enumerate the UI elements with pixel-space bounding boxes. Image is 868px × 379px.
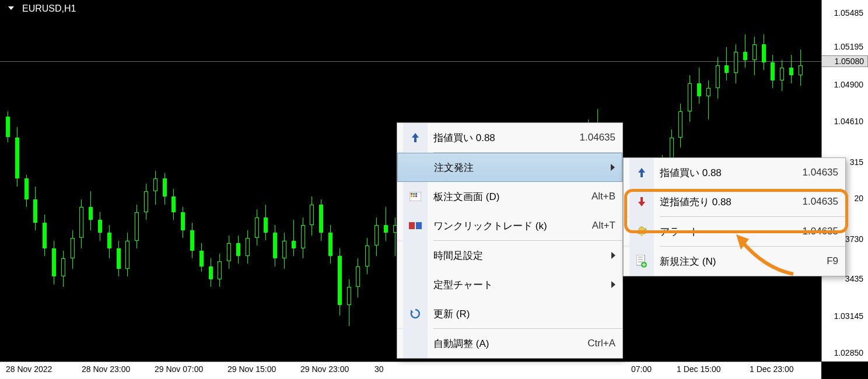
- arrow-up-icon: [403, 123, 428, 152]
- menu-shortcut: Alt+T: [592, 220, 615, 231]
- svg-rect-3: [415, 193, 417, 195]
- grid-icon: [403, 182, 428, 211]
- price-tick: 20: [854, 194, 863, 203]
- menu-label: 定型チャート: [433, 278, 615, 292]
- price-tick: 1.02850: [834, 348, 863, 357]
- document-plus-icon: [629, 247, 654, 276]
- menu-shortcut: Ctrl+A: [587, 338, 615, 349]
- context-menu: 指値買い 0.88 1.04635 注文発注 板注文画面 (D) Alt+B ワ…: [397, 122, 623, 359]
- time-tick: 29 Nov 07:00: [155, 364, 203, 374]
- time-tick: 30: [374, 364, 384, 374]
- menu-new-order[interactable]: 注文発注: [397, 153, 622, 182]
- arrow-up-icon: [629, 158, 654, 187]
- chart-title: EURUSD,H1: [22, 3, 76, 14]
- arrow-down-icon: [629, 187, 654, 216]
- menu-label: 逆指値売り 0.88: [660, 195, 803, 209]
- time-tick: 28 Nov 2022: [6, 364, 52, 374]
- price-tick: 1.05485: [834, 8, 863, 17]
- menu-label: 指値買い 0.88: [660, 166, 803, 180]
- price-tick: 1.04900: [834, 80, 863, 89]
- price-tick: 315: [850, 157, 863, 167]
- menu-shortcut: F9: [827, 255, 838, 267]
- svg-point-9: [640, 234, 643, 236]
- time-tick: 07:00: [631, 364, 652, 374]
- menu-price: 1.04635: [580, 132, 615, 143]
- price-tick: 1.04610: [834, 117, 863, 126]
- menu-alert[interactable]: アラート 1.04635: [624, 217, 845, 246]
- menu-template[interactable]: 定型チャート: [397, 270, 622, 299]
- menu-refresh[interactable]: 更新 (R): [397, 299, 622, 328]
- menu-label: 指値買い 0.88: [433, 131, 580, 145]
- menu-label: 自動調整 (A): [433, 337, 587, 350]
- menu-new-order-f9[interactable]: 新規注文 (N) F9: [624, 247, 845, 276]
- time-tick: 28 Nov 23:00: [82, 364, 130, 374]
- menu-label: 時間足設定: [433, 249, 615, 262]
- menu-shortcut: Alt+B: [592, 191, 615, 202]
- current-price-line: [0, 61, 821, 62]
- menu-label: ワンクリックトレード (k): [433, 219, 592, 233]
- current-price-marker: 1.05080: [821, 55, 868, 67]
- submenu-order: 指値買い 0.88 1.04635 逆指値売り 0.88 1.04635 アラー…: [623, 157, 846, 276]
- menu-buy-limit[interactable]: 指値買い 0.88 1.04635: [397, 123, 622, 152]
- svg-rect-4: [411, 195, 412, 197]
- time-axis: 28 Nov 202228 Nov 23:0029 Nov 07:0029 No…: [0, 362, 821, 379]
- chevron-right-icon: [611, 164, 615, 171]
- buy-sell-icon: [403, 211, 428, 240]
- price-tick: 3730: [845, 234, 863, 244]
- price-tick: 1.05195: [834, 42, 863, 51]
- time-tick: 29 Nov 15:00: [228, 364, 276, 374]
- svg-rect-8: [416, 222, 422, 229]
- svg-rect-2: [413, 193, 415, 195]
- svg-rect-5: [413, 195, 415, 197]
- time-tick: 29 Nov 23:00: [300, 364, 349, 374]
- menu-one-click[interactable]: ワンクリックトレード (k) Alt+T: [397, 211, 622, 240]
- menu-depth[interactable]: 板注文画面 (D) Alt+B: [397, 182, 622, 211]
- menu-price: 1.04635: [803, 226, 838, 237]
- time-tick: 1 Dec 23:00: [750, 364, 794, 374]
- price-tick: 3435: [845, 274, 863, 283]
- menu-price: 1.04635: [803, 196, 838, 208]
- bell-icon: [629, 217, 654, 246]
- time-tick: 1 Dec 15:00: [677, 364, 721, 374]
- price-tick: 1.03145: [834, 311, 863, 321]
- menu-label: 更新 (R): [433, 307, 615, 321]
- menu-label: 注文発注: [434, 161, 615, 174]
- menu-timeframe[interactable]: 時間足設定: [397, 241, 622, 270]
- refresh-icon: [403, 299, 428, 328]
- chart-dropdown-icon[interactable]: [8, 6, 14, 10]
- svg-rect-6: [415, 195, 417, 197]
- menu-label: アラート: [660, 225, 803, 238]
- menu-buy-limit[interactable]: 指値買い 0.88 1.04635: [624, 158, 845, 187]
- menu-label: 新規注文 (N): [660, 255, 827, 268]
- chevron-right-icon: [611, 281, 615, 288]
- menu-label: 板注文画面 (D): [433, 190, 592, 203]
- menu-price: 1.04635: [803, 167, 838, 178]
- chevron-right-icon: [611, 252, 615, 259]
- menu-auto-adjust[interactable]: 自動調整 (A) Ctrl+A: [397, 329, 622, 358]
- svg-rect-1: [411, 193, 412, 195]
- menu-sell-stop[interactable]: 逆指値売り 0.88 1.04635: [624, 187, 845, 216]
- svg-rect-7: [409, 222, 415, 229]
